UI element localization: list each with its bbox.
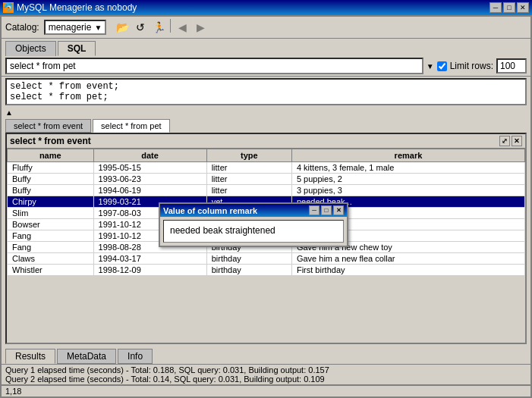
separator <box>170 19 171 33</box>
title-bar: 🐬 MySQL Menagerie as nobody ─ □ ✕ <box>0 0 532 15</box>
cell-type: birthday <box>206 265 291 276</box>
catalog-toolbar: Catalog: menagerie ▼ 📂 ↺ 🏃 ◀ ▶ <box>2 17 530 39</box>
cell-date: 1994-06-19 <box>93 185 206 196</box>
maximize-button[interactable]: □ <box>503 2 515 13</box>
col-header-date: date <box>93 149 206 162</box>
cell-remark: 3 puppies, 3 <box>291 185 524 196</box>
table-row[interactable]: Whistler1998-12-09birthdayFirst birthday <box>8 265 525 276</box>
result-header: select * from event ⤢ ✕ <box>7 134 525 149</box>
maximize-result-icon[interactable]: ⤢ <box>499 136 510 146</box>
back-icon: ◀ <box>174 19 190 36</box>
cell-remark: 5 puppies, 2 <box>291 174 524 185</box>
close-button[interactable]: ✕ <box>517 2 529 13</box>
refresh-icon[interactable]: ↺ <box>132 19 149 36</box>
result-panel-title: select * from event <box>10 136 91 146</box>
window-title: MySQL Menagerie as nobody <box>17 2 137 13</box>
popup-title-text: Value of column remark <box>163 206 257 215</box>
tab-objects[interactable]: Objects <box>5 41 56 56</box>
result-panel: select * from event ⤢ ✕ name date type r… <box>5 133 527 344</box>
cell-name: Claws <box>8 253 94 265</box>
tab-metadata[interactable]: MetaData <box>57 349 116 364</box>
query-area: ▼ Limit rows: <box>2 56 530 77</box>
main-window: Catalog: menagerie ▼ 📂 ↺ 🏃 ◀ ▶ Objects S… <box>0 15 532 398</box>
status-line1: Query 1 elapsed time (seconds) - Total: … <box>5 365 527 374</box>
limit-rows-label: Limit rows: <box>450 61 493 71</box>
table-header-row: name date type remark <box>8 149 525 162</box>
history-area: select * from event; select * from pet; <box>5 78 527 105</box>
tab-sql[interactable]: SQL <box>58 41 96 56</box>
tab-results[interactable]: Results <box>5 349 55 364</box>
cell-type: litter <box>206 162 291 174</box>
cell-type: birthday <box>206 253 291 265</box>
cursor-position: 1,18 <box>5 387 21 396</box>
cell-name: Fluffy <box>8 162 94 174</box>
cell-name: Buffy <box>8 174 94 185</box>
table-row[interactable]: Buffy1994-06-19litter3 puppies, 3 <box>8 185 525 196</box>
cell-name: Slim <box>8 208 94 219</box>
limit-rows-area: Limit rows: <box>437 58 527 74</box>
title-bar-left: 🐬 MySQL Menagerie as nobody <box>3 2 137 13</box>
minimize-button[interactable]: ─ <box>490 2 502 13</box>
bottom-status: 1,18 <box>2 384 530 396</box>
popup-close-button[interactable]: ✕ <box>333 205 344 215</box>
cell-remark: First birthday <box>291 265 524 276</box>
open-file-icon[interactable]: 📂 <box>114 19 131 36</box>
result-header-icons: ⤢ ✕ <box>499 136 522 146</box>
cell-type: litter <box>206 174 291 185</box>
table-row[interactable]: Claws1994-03-17birthdayGave him a new fl… <box>8 253 525 265</box>
table-row[interactable]: Fluffy1995-05-15litter4 kittens, 3 femal… <box>8 162 525 174</box>
table-row[interactable]: Buffy1993-06-23litter5 puppies, 2 <box>8 174 525 185</box>
forward-icon: ▶ <box>192 19 209 36</box>
history-line2: select * from pet; <box>10 92 522 102</box>
catalog-dropdown[interactable]: menagerie ▼ <box>44 20 107 35</box>
run-icon[interactable]: 🏃 <box>150 19 167 36</box>
popup-minimize-button[interactable]: ─ <box>309 205 320 215</box>
catalog-value: menagerie <box>49 22 92 33</box>
col-header-name: name <box>8 149 94 162</box>
popup-content: needed beak straightened <box>163 220 344 243</box>
main-tab-bar: Objects SQL <box>2 39 530 56</box>
cell-name: Whistler <box>8 265 94 276</box>
cell-remark: Gave him a new flea collar <box>291 253 524 265</box>
cell-type: litter <box>206 185 291 196</box>
cell-date: 1994-03-17 <box>93 253 206 265</box>
popup-title-bar: Value of column remark ─ □ ✕ <box>160 204 347 217</box>
expand-arrow-icon[interactable]: ▲ <box>5 108 13 117</box>
query-tab-event[interactable]: select * from event <box>5 119 91 133</box>
cell-date: 1998-12-09 <box>93 265 206 276</box>
col-header-type: type <box>206 149 291 162</box>
cell-date: 1995-05-15 <box>93 162 206 174</box>
status-bar: Query 1 elapsed time (seconds) - Total: … <box>2 364 530 384</box>
limit-input[interactable] <box>496 58 527 74</box>
popup-title-icons: ─ □ ✕ <box>309 205 344 215</box>
close-result-icon[interactable]: ✕ <box>512 136 522 146</box>
cell-name: Fang <box>8 230 94 242</box>
expand-row: ▲ <box>2 107 530 118</box>
cell-remark: 4 kittens, 3 female, 1 male <box>291 162 524 174</box>
history-line1: select * from event; <box>10 81 522 92</box>
query-tab-pet[interactable]: select * from pet <box>93 119 169 133</box>
status-line2: Query 2 elapsed time (seconds) - Total: … <box>5 374 527 384</box>
catalog-label: Catalog: <box>5 22 39 33</box>
query-tabs: select * from event select * from pet <box>2 118 530 133</box>
catalog-arrow-icon: ▼ <box>94 24 102 32</box>
query-dropdown-arrow[interactable]: ▼ <box>427 62 434 71</box>
tab-info[interactable]: Info <box>118 349 153 364</box>
cell-date: 1993-06-23 <box>93 174 206 185</box>
cell-name: Buffy <box>8 185 94 196</box>
window-controls: ─ □ ✕ <box>490 2 529 13</box>
toolbar-icons: 📂 ↺ 🏃 ◀ ▶ <box>114 19 209 36</box>
popup-dialog: Value of column remark ─ □ ✕ needed beak… <box>159 202 348 247</box>
limit-checkbox[interactable] <box>437 61 447 71</box>
bottom-tabs: Results MetaData Info <box>2 346 530 364</box>
popup-maximize-button[interactable]: □ <box>321 205 332 215</box>
query-input[interactable] <box>5 58 423 74</box>
cell-name: Fang <box>8 242 94 253</box>
col-header-remark: remark <box>291 149 524 162</box>
cell-name: Bowser <box>8 219 94 230</box>
cell-name: Chirpy <box>8 196 94 208</box>
app-icon: 🐬 <box>3 2 14 13</box>
